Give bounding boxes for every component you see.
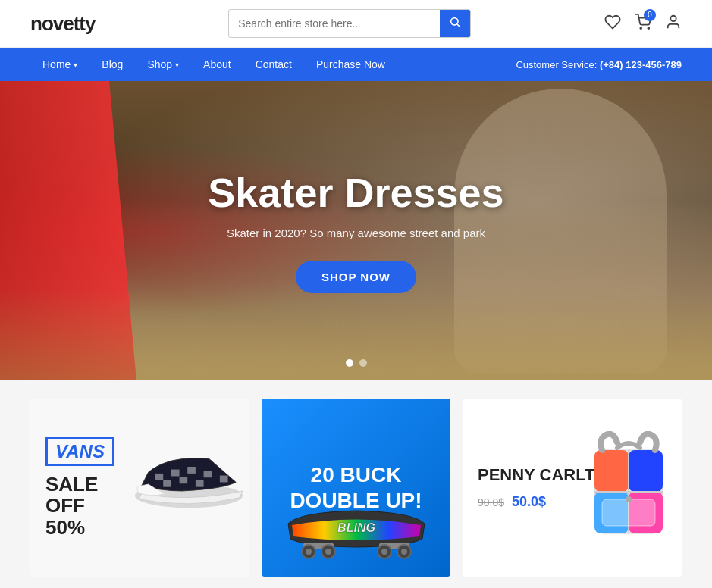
vans-logo: VANS (45, 437, 114, 466)
search-icon (449, 16, 461, 28)
shoe-image (128, 441, 249, 517)
price-original: 90.0$ (478, 496, 504, 508)
customer-service: Customer Service: (+84) 123-456-789 (516, 59, 682, 70)
svg-point-4 (670, 15, 676, 20)
nav-label-shop: Shop (147, 58, 172, 70)
product-card-penny[interactable]: PENNY CARLTON 2020 90.0$ 50.0$ (463, 399, 682, 577)
svg-rect-6 (155, 474, 164, 480)
svg-point-3 (648, 27, 649, 29)
svg-rect-32 (602, 499, 655, 526)
svg-rect-27 (629, 450, 663, 492)
customer-service-phone: (+84) 123-456-789 (600, 59, 682, 70)
svg-point-21 (306, 549, 312, 555)
hero-floor (0, 289, 712, 380)
backpack-image (583, 431, 674, 545)
svg-rect-8 (163, 480, 171, 487)
svg-point-23 (381, 549, 387, 555)
svg-rect-10 (180, 477, 188, 483)
buck-line2: DOUBLE UP! (290, 488, 422, 514)
svg-point-33 (626, 496, 632, 502)
svg-point-24 (401, 549, 407, 555)
header-icons: 0 (604, 14, 682, 34)
customer-service-label: Customer Service: (516, 59, 597, 70)
search-input[interactable] (229, 11, 440, 36)
buck-line1: 20 BUCK (290, 462, 422, 488)
svg-rect-7 (171, 469, 180, 476)
hero-subtitle: Skater in 2020? So many awesome street a… (208, 227, 503, 239)
nav-left: Home ▾ Blog Shop ▾ About Contact Purchas… (30, 48, 397, 81)
chevron-down-icon-shop: ▾ (175, 61, 179, 69)
hero-dot-1[interactable] (346, 359, 353, 367)
svg-point-2 (640, 27, 641, 29)
cart-badge: 0 (644, 9, 656, 21)
hero-content: Skater Dresses Skater in 2020? So many a… (208, 169, 503, 293)
sale-line3: 50% (45, 517, 234, 539)
hero-dot-2[interactable] (359, 359, 367, 367)
svg-point-22 (325, 549, 331, 555)
nav-item-home[interactable]: Home ▾ (30, 48, 89, 81)
nav-item-purchase[interactable]: Purchase Now (304, 48, 397, 81)
shop-now-button[interactable]: SHOP NOW (296, 261, 416, 293)
product-section: VANS SALE OFF 50% (0, 380, 712, 588)
hero-banner: Skater Dresses Skater in 2020? So many a… (0, 81, 712, 380)
svg-text:BLING: BLING (337, 521, 375, 534)
svg-rect-11 (204, 471, 212, 477)
nav-label-home: Home (42, 58, 71, 70)
chevron-down-icon: ▾ (74, 61, 77, 69)
account-icon (665, 14, 682, 30)
main-navbar: Home ▾ Blog Shop ▾ About Contact Purchas… (0, 48, 712, 81)
site-header: novetty 0 (0, 0, 712, 48)
svg-point-0 (451, 18, 458, 25)
nav-label-purchase: Purchase Now (316, 58, 385, 70)
nav-label-about: About (203, 58, 231, 70)
cart-button[interactable]: 0 (635, 14, 651, 34)
svg-line-1 (457, 24, 460, 27)
svg-rect-9 (187, 467, 196, 474)
search-bar (228, 9, 471, 38)
svg-rect-13 (220, 475, 228, 482)
heart-icon (604, 14, 621, 30)
buck-title: 20 BUCK DOUBLE UP! (290, 462, 422, 513)
nav-item-shop[interactable]: Shop ▾ (135, 48, 191, 81)
nav-label-blog: Blog (102, 58, 123, 70)
hero-title: Skater Dresses (208, 169, 503, 216)
nav-item-contact[interactable]: Contact (243, 48, 304, 81)
svg-rect-12 (196, 480, 204, 487)
nav-item-blog[interactable]: Blog (89, 48, 135, 81)
nav-label-contact: Contact (256, 58, 292, 70)
price-sale: 50.0$ (512, 494, 546, 510)
account-button[interactable] (665, 14, 682, 34)
site-logo[interactable]: novetty (30, 12, 95, 36)
nav-item-about[interactable]: About (191, 48, 243, 81)
product-card-buck[interactable]: 20 BUCK DOUBLE UP! (262, 399, 450, 577)
hero-dots (346, 359, 367, 367)
search-button[interactable] (440, 10, 470, 37)
product-card-vans[interactable]: VANS SALE OFF 50% (30, 399, 249, 577)
wishlist-button[interactable] (604, 14, 621, 34)
svg-rect-26 (594, 450, 629, 492)
